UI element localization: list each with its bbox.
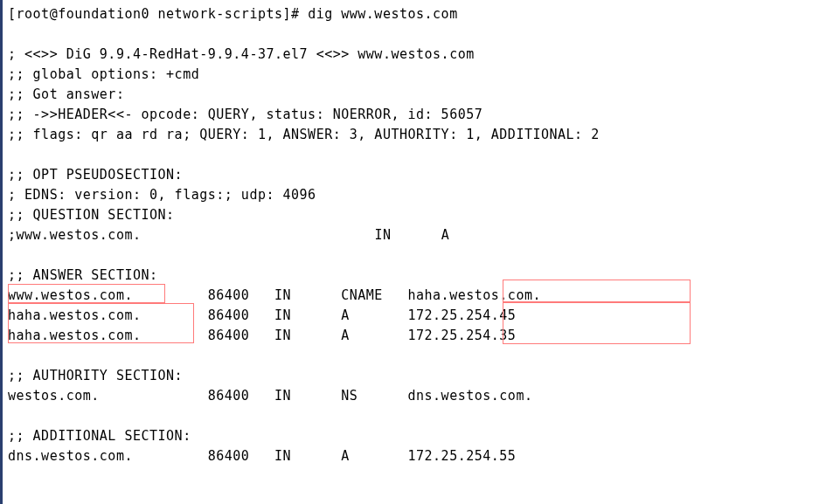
answer-section-header: ;; ANSWER SECTION: [8, 267, 158, 283]
record-type: NS [341, 388, 357, 404]
record-name: dns.westos.com. [8, 448, 133, 464]
question-record: ;www.westos.com. IN A [8, 227, 449, 243]
record-class: IN [274, 388, 291, 404]
record-data: 172.25.254.45 [408, 307, 517, 323]
record-ttl: 86400 [208, 307, 250, 323]
prompt-user: root [17, 6, 50, 22]
command-text: dig www.westos.com [308, 6, 458, 22]
record-data: haha.westos.com. [408, 287, 542, 303]
edns-line: ; EDNS: version: 0, flags:; udp: 4096 [8, 187, 316, 203]
record-class: IN [274, 448, 291, 464]
record-ttl: 86400 [208, 448, 250, 464]
record-type: CNAME [341, 287, 383, 303]
record-data: 172.25.254.35 [408, 328, 517, 343]
dig-banner: ; <<>> DiG 9.9.4-RedHat-9.9.4-37.el7 <<>… [8, 46, 475, 62]
got-answer: ;; Got answer: [8, 86, 124, 102]
question-class: IN [374, 227, 391, 243]
record-name: haha.westos.com. [8, 328, 142, 343]
question-section-header: ;; QUESTION SECTION: [8, 207, 175, 223]
prompt-host: foundation0 [58, 6, 149, 22]
question-type: A [441, 227, 450, 243]
record-name: haha.westos.com. [8, 307, 142, 323]
record-ttl: 86400 [208, 328, 250, 343]
record-class: IN [274, 307, 291, 323]
additional-section-header: ;; ADDITIONAL SECTION: [8, 428, 191, 444]
opt-section-header: ;; OPT PSEUDOSECTION: [8, 167, 183, 183]
prompt-line: [root@foundation0 network-scripts]# dig … [8, 6, 458, 22]
question-name: ;www.westos.com. [8, 227, 142, 243]
record-type: A [341, 448, 350, 464]
dns-header: ;; ->>HEADER<<- opcode: QUERY, status: N… [8, 107, 482, 122]
dns-flags: ;; flags: qr aa rd ra; QUERY: 1, ANSWER:… [8, 127, 600, 142]
answer-record-1: haha.westos.com. 86400 IN A 172.25.254.4… [8, 307, 516, 323]
record-name: westos.com. [8, 388, 100, 404]
answer-record-0: www.westos.com. 86400 IN CNAME haha.west… [8, 287, 541, 303]
prompt-symbol: # [291, 6, 300, 22]
record-data: 172.25.254.55 [408, 448, 517, 464]
record-class: IN [274, 328, 291, 343]
global-options: ;; global options: +cmd [8, 66, 199, 82]
record-ttl: 86400 [208, 287, 250, 303]
record-ttl: 86400 [208, 388, 250, 404]
record-type: A [341, 328, 350, 343]
authority-section-header: ;; AUTHORITY SECTION: [8, 368, 183, 383]
record-class: IN [274, 287, 291, 303]
terminal-output: [root@foundation0 network-scripts]# dig … [8, 4, 833, 466]
record-data: dns.westos.com. [408, 388, 533, 404]
answer-record-2: haha.westos.com. 86400 IN A 172.25.254.3… [8, 328, 516, 343]
additional-record-0: dns.westos.com. 86400 IN A 172.25.254.55 [8, 448, 516, 464]
record-type: A [341, 307, 350, 323]
record-name: www.westos.com. [8, 287, 133, 303]
prompt-cwd: network-scripts [158, 6, 283, 22]
authority-record-0: westos.com. 86400 IN NS dns.westos.com. [8, 388, 532, 404]
